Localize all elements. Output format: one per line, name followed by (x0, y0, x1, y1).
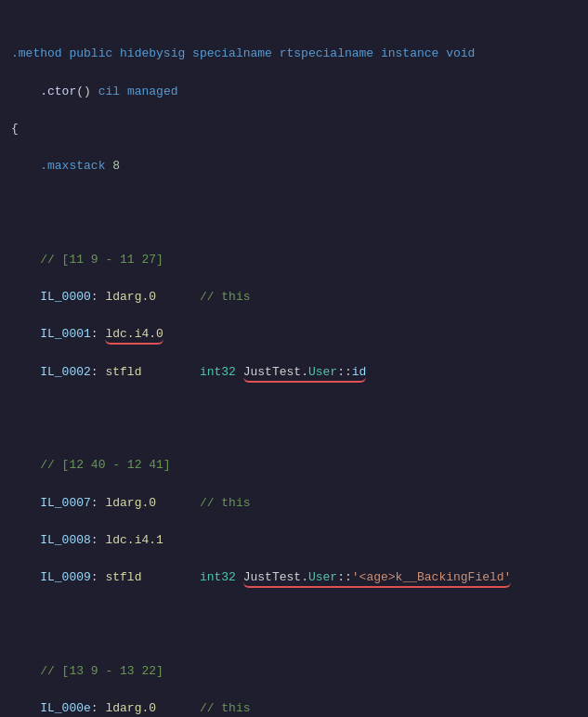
comment-2: // [12 40 - 12 41] (40, 458, 170, 472)
il-0002-type: int32 (200, 365, 236, 379)
maxstack-keyword: .maxstack (40, 159, 105, 173)
method-decl-line: .method public hidebysig specialname rts… (11, 45, 577, 63)
il-0002-line: IL_0002: stfld int32 JustTest.User::id (11, 363, 577, 382)
il-0001-line: IL_0001: ldc.i4.0 (11, 325, 577, 344)
il-0007-opcode: ldarg.0 (105, 496, 156, 510)
il-000e-line: IL_000e: ldarg.0 // this (11, 699, 577, 717)
il-0009-opcode: stfld (105, 570, 141, 584)
il-0001-opcode: ldc.i4.0 (105, 327, 163, 345)
il-000e-comment: // this (200, 701, 251, 715)
maxstack-line: .maxstack 8 (11, 157, 577, 176)
il-0000-opcode: ldarg.0 (105, 290, 156, 304)
il-0009-line: IL_0009: stfld int32 JustTest.User::'<ag… (11, 568, 577, 587)
comment-1: // [11 9 - 11 27] (40, 253, 163, 267)
il-0008-colon: : (91, 533, 98, 547)
il-0002-opcode: stfld (105, 365, 141, 379)
instance-keyword: instance (381, 46, 438, 60)
comment-line-1: // [11 9 - 11 27] (11, 251, 577, 269)
il-0009-type: int32 (200, 570, 236, 584)
comment-line-2: // [12 40 - 12 41] (11, 456, 577, 475)
public-keyword: public (69, 46, 112, 60)
ctor-decl-line: .ctor() cil managed (11, 83, 577, 101)
il-0000-label: IL_0000 (40, 290, 91, 304)
maxstack-val: 8 (112, 159, 120, 173)
open-brace-1: { (11, 120, 577, 138)
il-000e-label: IL_000e (40, 701, 91, 715)
rtspecialname-keyword: rtspecialname (280, 46, 373, 60)
il-0008-label: IL_0008 (40, 533, 91, 547)
blank-line-3 (11, 625, 577, 644)
cil-keyword: cil (98, 85, 120, 98)
il-0001-colon: : (91, 327, 98, 341)
il-0007-line: IL_0007: ldarg.0 // this (11, 494, 577, 513)
il-0002-member: JustTest.User::id (243, 365, 367, 383)
il-0002-colon: : (91, 365, 98, 379)
blank-line-1 (11, 214, 577, 232)
il-0008-opcode: ldc.i4.1 (105, 533, 163, 547)
il-0007-label: IL_0007 (40, 496, 91, 510)
specialname-keyword: specialname (192, 46, 272, 60)
void-keyword: void (446, 46, 475, 60)
il-000e-colon: : (91, 701, 98, 715)
code-viewer: .method public hidebysig specialname rts… (11, 7, 577, 717)
hidebysig-keyword: hidebysig (120, 46, 185, 60)
brace-1: { (11, 122, 19, 136)
il-0009-colon: : (91, 570, 98, 584)
il-0000-comment: // this (200, 290, 251, 304)
blank-line-2 (11, 419, 577, 437)
il-000e-opcode: ldarg.0 (105, 701, 156, 715)
il-0001-label: IL_0001 (40, 327, 91, 341)
il-0002-label: IL_0002 (40, 365, 91, 379)
comment-3: // [13 9 - 13 22] (40, 664, 163, 678)
il-0007-comment: // this (200, 496, 251, 510)
il-0008-line: IL_0008: ldc.i4.1 (11, 531, 577, 550)
ctor-parens: () (76, 85, 91, 98)
il-0009-label: IL_0009 (40, 570, 91, 584)
il-0000-colon: : (91, 290, 98, 304)
comment-line-3: // [13 9 - 13 22] (11, 662, 577, 681)
ctor-name: .ctor (40, 85, 76, 98)
il-0007-colon: : (91, 496, 98, 510)
method-keyword: .method (11, 46, 62, 60)
managed-keyword: managed (127, 85, 178, 98)
il-0000-line: IL_0000: ldarg.0 // this (11, 288, 577, 306)
il-0009-member: JustTest.User::'<age>k__BackingField' (243, 570, 512, 588)
